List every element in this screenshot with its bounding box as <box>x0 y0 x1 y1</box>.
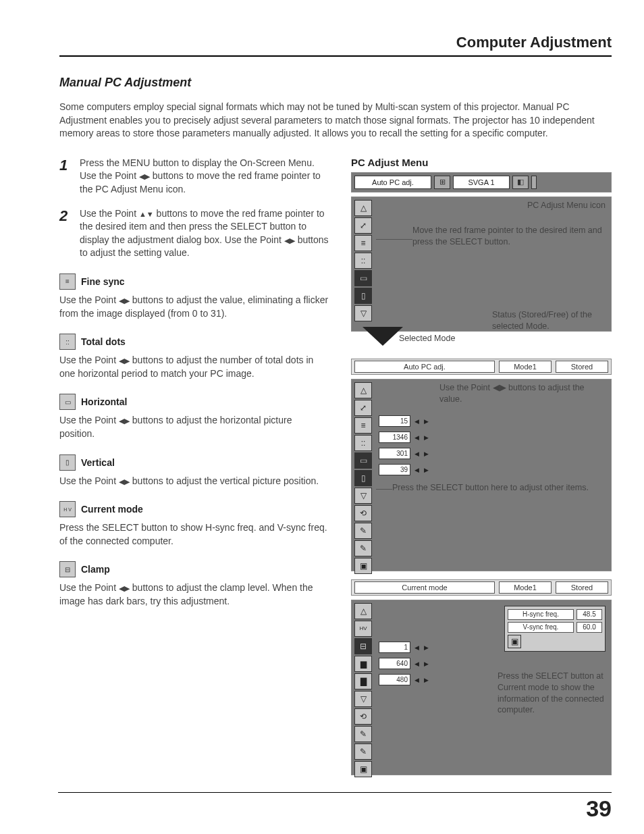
text: Use the Point <box>59 415 119 425</box>
dec-icon: ◀ <box>413 417 420 426</box>
item-fine-sync: ≡ Fine sync Use the Point ◀▶ buttons to … <box>59 273 329 320</box>
item-desc: Use the Point ◀▶ buttons to adjust the c… <box>59 581 329 608</box>
side-icons: △ HV ⊟ ▆ ▇ ▽ ⟲ ✎ ✎ ▣ <box>354 603 372 777</box>
panel-1: △ ⤢ ≡ :: ▭ ▯ ▽ PC Adjust Menu icon Move … <box>351 197 612 332</box>
menu-mode: SVGA 1 <box>453 176 510 189</box>
text: Use the Point <box>59 475 119 486</box>
vertical-icon: ▯ <box>354 470 372 486</box>
fine-sync-icon: ≡ <box>59 273 76 290</box>
status-mode: Mode1 <box>499 581 552 594</box>
status-bar-2: Current mode Mode1 Stored <box>351 579 612 596</box>
reset-icon: ⟲ <box>354 505 372 521</box>
display-area-v-icon: ▇ <box>354 673 372 689</box>
step-text: Use the Point ▲▼ buttons to move the red… <box>80 207 329 260</box>
label-select-other: Press the SELECT button here to adjust o… <box>392 482 608 494</box>
intro-text: Some computers employ special signal for… <box>59 101 612 140</box>
label-move-pointer: Move the red frame pointer to the desire… <box>412 225 608 248</box>
item-horizontal: ▭ Horizontal Use the Point ◀▶ buttons to… <box>59 394 329 440</box>
inc-icon: ▶ <box>423 465 429 475</box>
value-row: 39 ◀ ▶ <box>379 462 608 478</box>
mode-free-icon: ✎ <box>354 523 372 539</box>
clamp-icon: ⊟ <box>59 561 76 577</box>
status-mode: Mode1 <box>499 361 552 373</box>
dec-icon: ◀ <box>413 449 420 459</box>
inc-icon: ▶ <box>423 659 429 669</box>
status-current-mode: Current mode <box>354 581 495 594</box>
inc-icon: ▶ <box>423 433 429 442</box>
inc-icon: ▶ <box>423 675 429 685</box>
panel-2: △ ⤢ ≡ :: ▭ ▯ ▽ ⟲ ✎ ✎ ▣ Use the Point ◀▶ … <box>351 379 612 571</box>
fine-sync-icon: ≡ <box>354 417 372 434</box>
label-adjust-value: Use the Point ◀▶ buttons to adjust the v… <box>439 382 608 405</box>
label-current-mode-info: Press the SELECT button at Current mode … <box>498 671 606 716</box>
text: Use the Point <box>59 582 119 593</box>
section-title: Manual PC Adjustment <box>59 76 612 90</box>
step-2: 2 Use the Point ▲▼ buttons to move the r… <box>59 207 329 260</box>
quit-icon: ▣ <box>354 558 372 574</box>
point-lr-icon: ◀▶ <box>119 416 130 426</box>
horizontal-icon: ▭ <box>59 394 76 410</box>
item-title: Horizontal <box>81 396 127 407</box>
label-pc-adjust-icon: PC Adjust Menu icon <box>379 200 608 211</box>
item-title: Fine sync <box>81 276 125 287</box>
horizontal-icon: ▭ <box>354 452 372 469</box>
text: Use the Point <box>59 355 119 365</box>
dec-icon: ◀ <box>413 465 420 475</box>
menu-icon: ◧ <box>512 176 529 189</box>
inc-icon: ▶ <box>423 643 429 652</box>
step-number: 1 <box>59 157 80 197</box>
point-lr-icon: ◀▶ <box>139 172 150 182</box>
text: Use the Point <box>59 294 119 305</box>
scroll-down-icon: ▽ <box>354 305 372 321</box>
item-vertical: ▯ Vertical Use the Point ◀▶ buttons to a… <box>59 454 329 488</box>
total-dots-icon: :: <box>354 435 372 451</box>
clamp-icon: ⊟ <box>354 638 372 654</box>
value-display-v: 480 <box>379 674 410 685</box>
item-title: Clamp <box>81 564 110 575</box>
point-lr-icon: ◀▶ <box>119 296 130 306</box>
freq-info-box: H-sync freq. 48.5 V-sync freq. 60.0 ▣ <box>504 606 606 652</box>
dec-icon: ◀ <box>413 643 420 652</box>
auto-pc-icon: ⤢ <box>354 217 372 234</box>
value-fine-sync: 15 <box>379 415 410 427</box>
status-stored: Stored <box>556 581 608 594</box>
status-bar-1: Auto PC adj. Mode1 Stored <box>351 359 612 375</box>
item-title: Vertical <box>81 457 115 468</box>
inc-icon: ▶ <box>423 449 429 459</box>
left-column: 1 Press the MENU button to display the O… <box>59 157 329 775</box>
item-desc: Use the Point ◀▶ buttons to adjust the v… <box>59 294 329 320</box>
scroll-down-icon: ▽ <box>354 488 372 504</box>
h-sync-label: H-sync freq. <box>508 609 574 620</box>
down-arrow-icon <box>363 327 403 346</box>
menu-icon: ⊞ <box>434 176 450 189</box>
value-row: 301 ◀ ▶ <box>379 446 608 462</box>
fine-sync-icon: ≡ <box>354 235 372 251</box>
page-header: Computer Adjustment <box>59 34 612 57</box>
panel-3: △ HV ⊟ ▆ ▇ ▽ ⟲ ✎ ✎ ▣ <box>351 600 612 775</box>
v-sync-value: 60.0 <box>576 622 602 633</box>
dec-icon: ◀ <box>413 433 420 442</box>
value-total-dots: 1346 <box>379 432 410 443</box>
menu-auto-pc: Auto PC adj. <box>354 176 431 189</box>
point-lr-icon: ◀▶ <box>119 583 130 594</box>
value-horizontal: 301 <box>379 448 410 459</box>
menu-bar: Auto PC adj. ⊞ SVGA 1 ◧ <box>351 172 612 192</box>
point-lr-icon: ◀▶ <box>119 477 130 487</box>
scroll-up-icon: △ <box>354 603 372 619</box>
step-text: Press the MENU button to display the On-… <box>80 157 329 197</box>
page-number: 39 <box>58 792 612 822</box>
auto-pc-icon: ⤢ <box>354 400 372 416</box>
value-row: 1346 ◀ ▶ <box>379 429 608 446</box>
value-clamp: 1 <box>379 642 410 653</box>
scroll-up-icon: △ <box>354 200 372 216</box>
total-dots-icon: :: <box>59 334 76 350</box>
item-current-mode: H V Current mode Press the SELECT button… <box>59 501 329 548</box>
value-display-h: 640 <box>379 658 410 669</box>
dec-icon: ◀ <box>413 675 420 685</box>
inc-icon: ▶ <box>423 417 429 426</box>
vertical-icon: ▯ <box>59 454 76 471</box>
quit-icon: ▣ <box>508 635 521 648</box>
item-title: Current mode <box>81 504 143 515</box>
reset-icon: ⟲ <box>354 708 372 725</box>
side-icons: △ ⤢ ≡ :: ▭ ▯ ▽ <box>354 200 372 321</box>
